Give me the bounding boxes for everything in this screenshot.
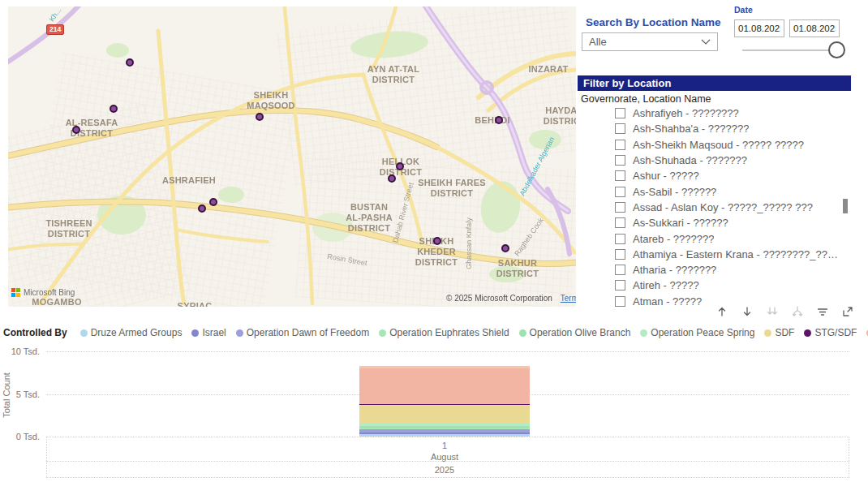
- date-slider-handle[interactable]: [828, 41, 845, 58]
- bing-logo-label: Microsoft Bing: [24, 288, 75, 297]
- stacked-area-point: [359, 366, 530, 437]
- filter-icon[interactable]: [815, 304, 830, 319]
- drill-up-icon[interactable]: [715, 304, 729, 319]
- district-label: SHEIKH FARES DISTRICT: [418, 178, 486, 199]
- date-slider-track[interactable]: [742, 49, 841, 51]
- expand-next-level-icon[interactable]: [765, 304, 780, 319]
- checkbox[interactable]: [615, 265, 625, 275]
- legend-color-icon: [519, 329, 526, 337]
- legend-item-label: Operation Olive Branch: [530, 327, 631, 338]
- map-canvas[interactable]: AL-RESAFA DISTRICTSHEIKH MAQSOODAYN AT-T…: [8, 6, 576, 307]
- axis-separator: [46, 477, 849, 478]
- location-filter-item-label: Ash-Shahba'a - ???????: [633, 123, 749, 135]
- location-filter-item[interactable]: Atareb - ???????: [578, 230, 842, 246]
- microsoft-logo-icon: [11, 288, 20, 297]
- checkbox[interactable]: [615, 296, 625, 307]
- map-marker[interactable]: [110, 105, 118, 113]
- legend-item-label: Operation Dawn of Freedom: [247, 327, 369, 338]
- location-filter-item[interactable]: Ash-Shuhada - ???????: [578, 153, 842, 168]
- stack-segment[interactable]: [359, 434, 530, 437]
- location-filter-item[interactable]: Ash-Sheikh Maqsoud - ????? ?????: [578, 137, 842, 153]
- legend-color-icon: [80, 329, 88, 337]
- checkbox[interactable]: [615, 108, 625, 118]
- map-terms-link[interactable]: Terms: [561, 294, 576, 303]
- y-tick-5: 5 Tsd.: [2, 389, 40, 399]
- date-label: Date: [734, 5, 753, 15]
- location-filter-item[interactable]: Athamiya - Eastern Krana - ????????_??? …: [578, 247, 842, 262]
- drill-down-icon[interactable]: [740, 304, 754, 319]
- x-label-month: August: [359, 452, 530, 462]
- map-basemap: [8, 6, 576, 307]
- location-dropdown-value: Alle: [589, 36, 607, 48]
- date-end-input[interactable]: [789, 19, 840, 37]
- location-filter-item[interactable]: Ashrafiyeh - ????????: [578, 105, 842, 121]
- district-label: SYRIAC: [178, 301, 213, 308]
- filter-column-header: Governorate, Location Name: [581, 93, 711, 105]
- checkbox[interactable]: [615, 249, 625, 260]
- location-filter-item[interactable]: Assad - Aslan Koy - ?????_????? ???: [578, 200, 842, 215]
- location-filter-item-label: Ashrafiyeh - ????????: [633, 107, 739, 119]
- legend-title: Controlled By: [3, 327, 67, 338]
- location-dropdown[interactable]: Alle: [582, 32, 718, 51]
- legend-item[interactable]: Operation Euphrates Shield: [379, 327, 509, 338]
- legend-color-icon: [804, 329, 811, 337]
- legend-item[interactable]: Operation Olive Branch: [519, 327, 631, 338]
- district-label: TISHREEN DISTRICT: [45, 218, 92, 239]
- location-filter-item-label: Ashur - ?????: [633, 170, 699, 182]
- checkbox[interactable]: [615, 217, 625, 228]
- legend-item-label: Israel: [202, 327, 226, 338]
- map-marker[interactable]: [198, 204, 206, 213]
- map-marker[interactable]: [396, 162, 404, 170]
- chart-legend: Controlled By Druze Armed GroupsIsraelOp…: [3, 327, 868, 338]
- search-by-location-label: Search By Location Name: [586, 16, 721, 28]
- date-start-input[interactable]: [734, 19, 784, 37]
- expand-all-levels-icon[interactable]: [790, 304, 805, 319]
- x-label-day: 1: [359, 441, 530, 450]
- x-label-year: 2025: [359, 465, 530, 475]
- map-marker[interactable]: [495, 116, 503, 124]
- map-marker[interactable]: [433, 237, 441, 245]
- location-filter-list[interactable]: Ashrafiyeh - ????????Ash-Shahba'a - ????…: [578, 105, 842, 307]
- axis-edge: [849, 437, 849, 477]
- filter-list-scrollbar[interactable]: [843, 199, 848, 213]
- legend-item-label: Operation Euphrates Shield: [389, 327, 509, 338]
- stack-segment[interactable]: [359, 368, 530, 404]
- district-label: BEHDDI: [475, 115, 509, 126]
- map-marker[interactable]: [388, 174, 396, 183]
- legend-item[interactable]: Israel: [191, 327, 226, 338]
- map-marker[interactable]: [126, 58, 134, 67]
- location-filter-item[interactable]: As-Sabil - ??????: [578, 183, 842, 199]
- location-filter-item[interactable]: Ash-Shahba'a - ???????: [578, 121, 842, 136]
- checkbox[interactable]: [615, 280, 625, 290]
- location-filter-item[interactable]: Atharia - ???????: [578, 262, 842, 278]
- location-filter-item-label: As-Sukkari - ??????: [633, 217, 728, 229]
- checkbox[interactable]: [615, 155, 625, 166]
- location-filter-item[interactable]: As-Sukkari - ??????: [578, 215, 842, 230]
- focus-mode-icon[interactable]: [840, 304, 855, 319]
- location-filter-item-label: Atman - ?????: [633, 295, 702, 307]
- map-marker[interactable]: [256, 113, 264, 121]
- legend-item[interactable]: Operation Peace Spring: [640, 327, 754, 338]
- location-filter-item[interactable]: Ashur - ?????: [578, 168, 842, 183]
- legend-item-label: Druze Armed Groups: [91, 327, 183, 338]
- legend-item[interactable]: STG/SDF: [804, 327, 857, 338]
- checkbox[interactable]: [615, 140, 625, 150]
- legend-item[interactable]: Druze Armed Groups: [80, 327, 183, 338]
- location-filter-item[interactable]: Atireh - ?????: [578, 278, 842, 293]
- checkbox[interactable]: [615, 202, 625, 213]
- checkbox[interactable]: [615, 123, 625, 134]
- slicer-toolbar: [715, 304, 855, 319]
- map-marker[interactable]: [209, 198, 217, 206]
- stack-segment[interactable]: [359, 405, 530, 424]
- checkbox[interactable]: [615, 187, 625, 197]
- legend-item[interactable]: SDF: [764, 327, 794, 338]
- district-label: INZARAT: [529, 64, 569, 75]
- checkbox[interactable]: [615, 170, 625, 181]
- legend-item[interactable]: Operation Dawn of Freedom: [236, 327, 369, 338]
- district-label: ASHRAFIEH: [162, 175, 216, 186]
- map-marker[interactable]: [72, 126, 80, 134]
- gridline: [46, 351, 849, 352]
- map-marker[interactable]: [501, 244, 509, 252]
- checkbox[interactable]: [615, 234, 625, 244]
- gridline: [46, 437, 849, 437]
